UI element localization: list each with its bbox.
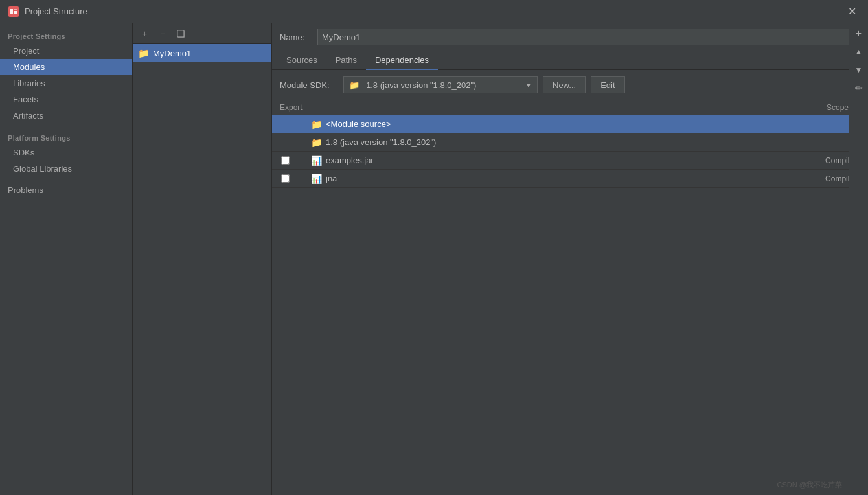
module-item-label: MyDemo1 bbox=[153, 49, 191, 58]
dep-row-examples-jar[interactable]: 📊 examples.jar Compile ▼ bbox=[272, 152, 868, 170]
name-row: Name: bbox=[272, 23, 868, 51]
app-icon bbox=[8, 6, 19, 17]
dep-rows: 📁 <Module source> 📁 1.8 (java version "1… bbox=[272, 115, 868, 495]
side-actions: + ▲ ▼ ✏ bbox=[849, 23, 868, 495]
add-module-button[interactable]: + bbox=[137, 26, 152, 41]
close-button[interactable]: ✕ bbox=[844, 4, 860, 19]
dep-row-jna[interactable]: 📊 jna Compile ▼ bbox=[272, 170, 868, 188]
edit-dep-button[interactable]: ✏ bbox=[850, 79, 868, 97]
sidebar-item-global-libraries[interactable]: Global Libraries bbox=[0, 161, 132, 177]
name-input[interactable] bbox=[317, 29, 860, 45]
sdk-dropdown-text: 1.8 (java version "1.8.0_202") bbox=[366, 80, 521, 90]
main-layout: Project Settings Project Modules Librari… bbox=[0, 23, 868, 495]
dep-checkbox-examples-jar[interactable] bbox=[281, 156, 290, 165]
dep-name-jna: 📊 jna bbox=[311, 174, 790, 184]
sidebar-item-artifacts[interactable]: Artifacts bbox=[0, 108, 132, 124]
scroll-down-button[interactable]: ▼ bbox=[850, 61, 868, 79]
module-toolbar: + − ❑ bbox=[133, 23, 271, 44]
dep-name-examples-jar: 📊 examples.jar bbox=[311, 155, 790, 166]
module-folder-icon: 📁 bbox=[138, 48, 149, 58]
col-export-header: Export bbox=[272, 103, 311, 112]
dep-row-java18[interactable]: 📁 1.8 (java version "1.8.0_202") bbox=[272, 133, 868, 152]
add-dep-button[interactable]: + bbox=[850, 25, 868, 43]
sidebar-item-modules[interactable]: Modules bbox=[0, 59, 132, 75]
module-item-mydemo1[interactable]: 📁 MyDemo1 bbox=[133, 44, 271, 62]
dep-name-java18: 📁 1.8 (java version "1.8.0_202") bbox=[311, 137, 790, 148]
content-panel: Name: Sources Paths Dependencies Module … bbox=[272, 23, 868, 495]
dep-table-header: Export Scope bbox=[272, 100, 868, 115]
name-label: Name: bbox=[280, 32, 312, 42]
tabs-row: Sources Paths Dependencies bbox=[272, 51, 868, 70]
sidebar-item-sdks[interactable]: SDKs bbox=[0, 144, 132, 161]
tab-dependencies[interactable]: Dependencies bbox=[366, 51, 438, 70]
title-bar-left: Project Structure bbox=[8, 6, 87, 17]
sdk-edit-button[interactable]: Edit bbox=[591, 76, 624, 93]
dep-check-jna[interactable] bbox=[272, 174, 311, 183]
sidebar-item-libraries[interactable]: Libraries bbox=[0, 75, 132, 91]
sdk-label: Module SDK: bbox=[280, 80, 338, 90]
copy-module-button[interactable]: ❑ bbox=[173, 26, 188, 41]
sdk-dropdown-arrow: ▼ bbox=[525, 82, 532, 89]
jna-icon: 📊 bbox=[311, 174, 322, 184]
window-title: Project Structure bbox=[25, 6, 87, 16]
project-settings-label: Project Settings bbox=[0, 29, 132, 43]
platform-settings-label: Platform Settings bbox=[0, 130, 132, 144]
sdk-new-button[interactable]: New... bbox=[543, 76, 586, 93]
sidebar-item-project[interactable]: Project bbox=[0, 43, 132, 59]
java18-icon: 📁 bbox=[311, 137, 322, 148]
watermark: CSDN @我不吃芹菜 bbox=[777, 480, 842, 490]
tab-paths[interactable]: Paths bbox=[326, 51, 366, 70]
sdk-row: Module SDK: 📁 1.8 (java version "1.8.0_2… bbox=[272, 70, 868, 100]
module-source-icon: 📁 bbox=[311, 119, 322, 130]
dep-row-module-source[interactable]: 📁 <Module source> bbox=[272, 115, 868, 133]
dep-checkbox-jna[interactable] bbox=[281, 174, 290, 183]
examples-jar-icon: 📊 bbox=[311, 155, 322, 166]
scroll-up-button[interactable]: ▲ bbox=[850, 43, 868, 61]
dep-check-examples-jar[interactable] bbox=[272, 156, 311, 165]
dep-name-module-source: 📁 <Module source> bbox=[311, 119, 790, 130]
sdk-folder-icon: 📁 bbox=[349, 80, 360, 90]
svg-rect-2 bbox=[14, 11, 17, 14]
tab-sources[interactable]: Sources bbox=[277, 51, 326, 70]
svg-rect-1 bbox=[10, 9, 13, 14]
title-bar: Project Structure ✕ bbox=[0, 0, 868, 23]
module-panel: + − ❑ 📁 MyDemo1 bbox=[133, 23, 272, 495]
sdk-dropdown[interactable]: 📁 1.8 (java version "1.8.0_202") ▼ bbox=[343, 76, 538, 93]
sidebar: Project Settings Project Modules Librari… bbox=[0, 23, 133, 495]
remove-module-button[interactable]: − bbox=[155, 26, 170, 41]
svg-rect-3 bbox=[14, 9, 17, 10]
sidebar-item-facets[interactable]: Facets bbox=[0, 91, 132, 108]
sidebar-item-problems[interactable]: Problems bbox=[0, 182, 132, 198]
